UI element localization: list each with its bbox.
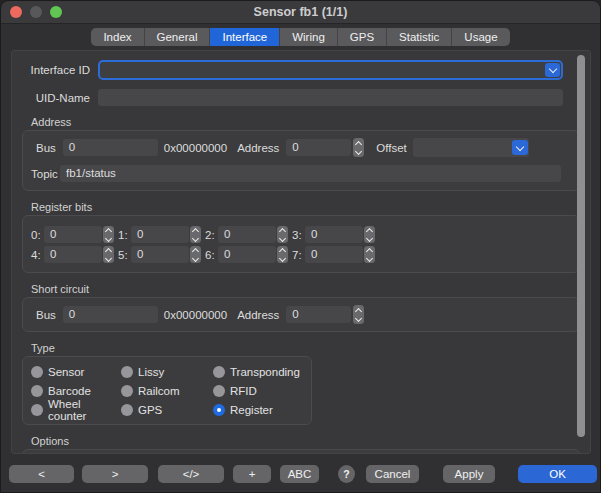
tab-wiring[interactable]: Wiring bbox=[280, 28, 338, 46]
chevron-down-icon[interactable] bbox=[512, 140, 528, 155]
type-section-title: Type bbox=[31, 342, 580, 355]
radio-icon bbox=[31, 366, 43, 378]
add-button[interactable]: + bbox=[233, 465, 271, 483]
chevron-down-icon[interactable] bbox=[545, 63, 560, 77]
code-button[interactable]: </> bbox=[158, 465, 224, 483]
radio-icon bbox=[213, 385, 225, 397]
topic-input[interactable]: fb1/status bbox=[60, 165, 561, 182]
register-bit-6-label: 6: bbox=[205, 249, 218, 261]
uid-name-input[interactable] bbox=[98, 89, 563, 106]
register-bit-6-stepper[interactable] bbox=[277, 246, 288, 263]
register-bit-6-input[interactable]: 0 bbox=[218, 246, 276, 263]
radio-rfid[interactable]: RFID bbox=[213, 384, 313, 397]
radio-barcode[interactable]: Barcode bbox=[31, 384, 121, 397]
short-circuit-bus-label: Bus bbox=[36, 309, 56, 321]
radio-wheel-counter[interactable]: Wheel counter bbox=[31, 403, 121, 416]
register-bit-4-input[interactable]: 0 bbox=[44, 246, 102, 263]
register-bit-2-stepper[interactable] bbox=[277, 226, 288, 243]
cancel-button[interactable]: Cancel bbox=[366, 465, 419, 483]
register-bit-7-label: 7: bbox=[292, 249, 305, 261]
help-button[interactable]: ? bbox=[338, 465, 355, 483]
scrollbar[interactable] bbox=[576, 55, 586, 441]
register-bit-0-stepper[interactable] bbox=[103, 226, 114, 243]
radio-icon bbox=[31, 385, 43, 397]
address-input[interactable]: 0 bbox=[286, 139, 351, 156]
tab-bar: Index General Interface Wiring GPS Stati… bbox=[91, 28, 509, 46]
short-circuit-address-stepper[interactable] bbox=[353, 305, 364, 324]
tab-gps[interactable]: GPS bbox=[338, 28, 387, 46]
address-label: Address bbox=[237, 142, 279, 154]
register-bit-5-stepper[interactable] bbox=[190, 246, 201, 263]
register-bit-3: 3: 0 bbox=[292, 226, 379, 243]
register-bit-1-input[interactable]: 0 bbox=[131, 226, 189, 243]
address-groupbox: Bus 0 0x00000000 Address 0 Offset Topic … bbox=[22, 130, 580, 191]
bus-input[interactable]: 0 bbox=[63, 139, 158, 156]
short-circuit-hex-value: 0x00000000 bbox=[164, 309, 227, 321]
titlebar[interactable]: Sensor fb1 (1/1) bbox=[1, 1, 600, 24]
minimize-button[interactable] bbox=[30, 6, 42, 18]
register-bits-section-title: Register bits bbox=[31, 201, 580, 214]
interface-tab-panel: Interface ID UID-Name Address Bus 0 0x00… bbox=[11, 50, 591, 454]
short-circuit-section: Short circuit Bus 0 0x00000000 Address 0 bbox=[22, 283, 580, 332]
radio-gps[interactable]: GPS bbox=[121, 403, 213, 416]
register-bit-7-stepper[interactable] bbox=[364, 246, 375, 263]
register-bit-0: 0: 0 bbox=[31, 226, 118, 243]
bus-hex-value: 0x00000000 bbox=[164, 142, 227, 154]
radio-icon bbox=[121, 366, 133, 378]
short-circuit-section-title: Short circuit bbox=[31, 283, 580, 296]
offset-label: Offset bbox=[376, 142, 406, 154]
ok-button[interactable]: OK bbox=[518, 465, 597, 483]
radio-selected-icon bbox=[213, 404, 225, 416]
register-bit-3-label: 3: bbox=[292, 229, 305, 241]
sensor-dialog: Sensor fb1 (1/1) Index General Interface… bbox=[0, 0, 601, 493]
register-bits-groupbox: 0: 0 1: 0 2: 0 3: bbox=[22, 215, 580, 273]
tab-interface[interactable]: Interface bbox=[210, 28, 280, 46]
scrollbar-thumb[interactable] bbox=[577, 55, 585, 437]
address-stepper[interactable] bbox=[353, 138, 364, 157]
radio-sensor[interactable]: Sensor bbox=[31, 365, 121, 378]
radio-lissy-label: Lissy bbox=[138, 366, 164, 378]
register-bit-1: 1: 0 bbox=[118, 226, 205, 243]
radio-register[interactable]: Register bbox=[213, 403, 313, 416]
address-section-title: Address bbox=[31, 116, 580, 129]
type-groupbox: Sensor Lissy Transponding Barcode bbox=[22, 356, 312, 425]
register-bit-2-input[interactable]: 0 bbox=[218, 226, 276, 243]
radio-icon bbox=[213, 366, 225, 378]
previous-button[interactable]: < bbox=[9, 465, 74, 483]
register-bit-2-label: 2: bbox=[205, 229, 218, 241]
register-bit-4-stepper[interactable] bbox=[103, 246, 114, 263]
radio-transponding[interactable]: Transponding bbox=[213, 365, 313, 378]
register-bit-6: 6: 0 bbox=[205, 246, 292, 263]
register-bit-1-stepper[interactable] bbox=[190, 226, 201, 243]
tab-statistic[interactable]: Statistic bbox=[387, 28, 452, 46]
register-bit-4-label: 4: bbox=[31, 249, 44, 261]
register-bit-3-input[interactable]: 0 bbox=[305, 226, 363, 243]
radio-railcom[interactable]: Railcom bbox=[121, 384, 213, 397]
offset-combobox[interactable] bbox=[413, 138, 529, 157]
short-circuit-bus-input[interactable]: 0 bbox=[63, 306, 158, 323]
register-bit-5: 5: 0 bbox=[118, 246, 205, 263]
tab-index[interactable]: Index bbox=[91, 28, 144, 46]
interface-id-label: Interface ID bbox=[14, 64, 90, 76]
radio-sensor-label: Sensor bbox=[48, 366, 84, 378]
next-button[interactable]: > bbox=[82, 465, 148, 483]
zoom-button[interactable] bbox=[50, 6, 62, 18]
radio-railcom-label: Railcom bbox=[138, 385, 180, 397]
register-bit-1-label: 1: bbox=[118, 229, 131, 241]
register-bit-5-input[interactable]: 0 bbox=[131, 246, 189, 263]
interface-id-combobox[interactable] bbox=[98, 60, 563, 80]
abc-button[interactable]: ABC bbox=[280, 465, 319, 483]
register-bit-3-stepper[interactable] bbox=[364, 226, 375, 243]
register-bit-0-input[interactable]: 0 bbox=[44, 226, 102, 243]
radio-lissy[interactable]: Lissy bbox=[121, 365, 213, 378]
traffic-lights bbox=[10, 6, 62, 18]
tab-usage[interactable]: Usage bbox=[452, 28, 509, 46]
radio-wheel-counter-label: Wheel counter bbox=[48, 398, 121, 422]
close-button[interactable] bbox=[10, 6, 22, 18]
short-circuit-groupbox: Bus 0 0x00000000 Address 0 bbox=[22, 297, 580, 332]
short-circuit-address-input[interactable]: 0 bbox=[286, 306, 351, 323]
apply-button[interactable]: Apply bbox=[443, 465, 495, 483]
register-bit-7-input[interactable]: 0 bbox=[305, 246, 363, 263]
tab-general[interactable]: General bbox=[145, 28, 211, 46]
register-bit-5-label: 5: bbox=[118, 249, 131, 261]
